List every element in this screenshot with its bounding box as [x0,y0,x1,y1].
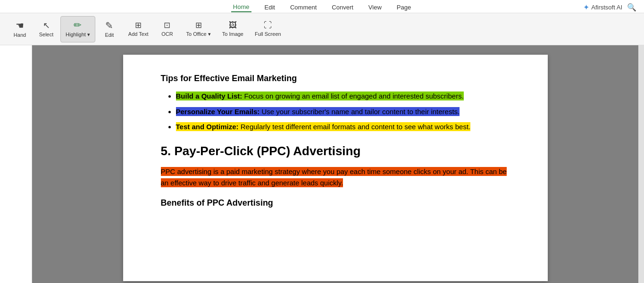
ppc-body: PPC advertising is a paid marketing stra… [161,166,510,189]
full-screen-label: Full Screen [255,31,281,37]
edit-button[interactable]: ✎ Edit [97,16,122,42]
menu-right: ✦ Afirstsoft AI 🔍 [583,3,636,12]
menu-bar: Home Edit Comment Convert View Page ✦ Af… [0,0,644,13]
list-item: Personalize Your Emails: Use your subscr… [176,107,510,117]
to-image-button[interactable]: 🖼 To Image [217,16,248,42]
select-label: Select [39,32,54,37]
full-screen-button[interactable]: ⛶ Full Screen [250,16,286,42]
ocr-icon: ⊡ [164,21,170,29]
ocr-button[interactable]: ⊡ OCR [155,16,179,42]
highlight-label: Highlight ▾ [66,32,90,38]
term-3: Test and Optimize: [176,123,239,131]
hand-icon: ☚ [16,21,24,30]
bullet-list: Build a Quality List: Focus on growing a… [161,91,510,133]
full-screen-icon: ⛶ [264,21,272,29]
scrollbar[interactable] [638,45,644,283]
left-panel [0,45,32,283]
benefits-title: Benefits of PPC Advertising [161,198,510,208]
hand-label: Hand [14,32,26,38]
list-item: Test and Optimize: Regularly test differ… [176,122,510,133]
menu-page[interactable]: Page [395,3,413,12]
highlight-icon: ✏ [74,20,82,30]
section2-heading: 5. Pay-Per-Click (PPC) Advertising [161,144,510,158]
to-office-button[interactable]: ⊞ To Office ▾ [181,16,215,42]
add-text-button[interactable]: ⊞ Add Text [124,16,153,42]
search-icon[interactable]: 🔍 [627,3,636,12]
ai-star-icon: ✦ [583,3,589,12]
menu-comment[interactable]: Comment [288,3,318,12]
highlight-green-span: Build a Quality List: Focus on growing a… [176,92,464,100]
select-icon: ↖ [43,21,50,30]
menu-home[interactable]: Home [231,2,251,12]
term-1: Build a Quality List: [176,92,243,100]
to-office-label: To Office ▾ [186,31,210,37]
text-1: Focus on growing an email list of engage… [244,92,464,100]
menu-view[interactable]: View [367,3,384,12]
to-image-icon: 🖼 [229,21,237,29]
text-2: Use your subscriber's name and tailor co… [262,108,460,116]
section1-title: Tips for Effective Email Marketing [161,74,510,83]
menu-items: Home Edit Comment Convert View Page [231,2,413,12]
hand-button[interactable]: ☚ Hand [8,16,32,42]
to-image-label: To Image [222,31,243,37]
term-2: Personalize Your Emails: [176,108,260,116]
highlight-button[interactable]: ✏ Highlight ▾ [60,16,95,42]
menu-edit[interactable]: Edit [263,3,277,12]
toolbar: ☚ Hand ↖ Select ✏ Highlight ▾ ✎ Edit ⊞ A… [0,13,644,45]
document-page: Tips for Effective Email Marketing Build… [123,55,548,281]
highlight-blue-span: Personalize Your Emails: Use your subscr… [176,107,460,116]
content-area: Tips for Effective Email Marketing Build… [32,45,638,283]
ocr-label: OCR [161,31,173,37]
add-text-icon: ⊞ [135,21,142,29]
highlight-orange-span: PPC advertising is a paid marketing stra… [161,167,507,187]
main-area: Tips for Effective Email Marketing Build… [0,45,644,283]
edit-label: Edit [105,32,114,38]
select-button[interactable]: ↖ Select [34,16,59,42]
ai-label: ✦ Afirstsoft AI [583,3,622,12]
text-3: Regularly test different email formats a… [241,123,470,131]
list-item: Build a Quality List: Focus on growing a… [176,91,510,102]
ai-label-text: Afirstsoft AI [591,4,622,11]
edit-icon: ✎ [105,21,113,30]
add-text-label: Add Text [128,31,149,37]
to-office-icon: ⊞ [195,21,202,29]
highlight-yellow-span: Test and Optimize: Regularly test differ… [176,122,471,131]
menu-convert[interactable]: Convert [330,3,355,12]
